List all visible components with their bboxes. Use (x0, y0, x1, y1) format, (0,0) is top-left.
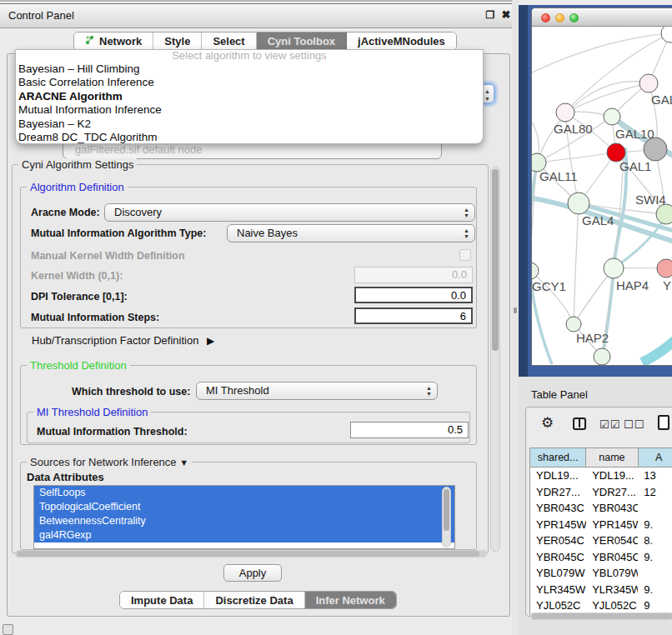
settings-group-title: Cyni Algorithm Settings (18, 158, 137, 171)
network-node[interactable] (594, 348, 610, 365)
aracne-mode-combo[interactable]: Discovery ▲▼ (104, 203, 475, 222)
stepper-arrows-icon: ▲▼ (426, 385, 432, 397)
network-node-gal4[interactable] (568, 192, 589, 214)
tab-cyni-toolbox[interactable]: Cyni Toolbox (257, 32, 347, 50)
mac-minimize-button[interactable] (555, 13, 564, 22)
bottom-tab-bar: Impute Data Discretize Data Infer Networ… (119, 591, 397, 609)
network-edge (642, 314, 672, 362)
column-header[interactable]: shared... (530, 448, 586, 467)
table-cell: YJL052C (586, 598, 638, 614)
network-node-gal[interactable] (639, 74, 658, 92)
tab-label: Infer Network (316, 594, 385, 607)
table-panel-title: Table Panel (531, 388, 588, 401)
data-attribute-item[interactable]: SelfLoops (34, 486, 454, 500)
node-label: GAL80 (554, 122, 593, 136)
table-cell: YPR145W (530, 517, 586, 533)
settings-vertical-scrollbar[interactable] (490, 167, 500, 552)
algorithm-option[interactable]: Mutual Information Inference (16, 103, 483, 117)
node-label: GCY1 (532, 279, 566, 293)
tab-infer-network[interactable]: Infer Network (305, 592, 396, 608)
network-node-hap2[interactable] (566, 317, 581, 332)
data-attribute-item[interactable]: BetweennessCentrality (34, 514, 454, 528)
data-attributes-label: Data Attributes (27, 471, 104, 483)
file-icon[interactable] (658, 415, 669, 430)
control-panel-title: Control Panel (8, 9, 74, 22)
network-window-titlebar[interactable] (532, 8, 672, 27)
gear-icon[interactable]: ⚙ (541, 416, 554, 431)
close-panel-icon[interactable]: ✖ (499, 8, 513, 22)
table-row[interactable]: YDR27...YDR27...12 (530, 484, 672, 501)
tab-discretize-data[interactable]: Discretize Data (204, 592, 304, 608)
manual-kernel-checkbox[interactable] (459, 249, 471, 261)
panel-divider[interactable] (512, 0, 519, 635)
sources-group-title[interactable]: Sources for Network Inference ▼ (27, 456, 192, 468)
table-row[interactable]: YBR045CYBR045C9. (530, 549, 672, 566)
tab-select[interactable]: Select (202, 32, 256, 50)
network-edge (574, 203, 579, 324)
table-cell: YDL19... (530, 468, 586, 484)
tab-jactivemnodules[interactable]: jActiveMNodules (347, 32, 456, 50)
table-horizontal-scrollbar[interactable] (530, 612, 672, 620)
data-attributes-list[interactable]: SelfLoopsTopologicalCoefficientBetweenne… (33, 485, 455, 549)
algorithm-option[interactable]: Bayesian – K2 (16, 118, 483, 131)
table-cell: 9 (638, 598, 672, 614)
checked-columns-icon[interactable]: ☑☑ (599, 418, 620, 432)
algorithm-placeholder: Select algorithm to view settings (16, 50, 483, 62)
column-view-icon[interactable] (573, 418, 586, 430)
column-header[interactable]: name (586, 448, 638, 467)
aracne-mode-label: Aracne Mode: (31, 207, 100, 218)
network-node-gal10[interactable] (604, 108, 620, 125)
mac-zoom-button[interactable] (569, 13, 579, 22)
table-row[interactable]: YLR345WYLR345W9. (530, 582, 672, 598)
attributes-vertical-scrollbar[interactable] (442, 487, 451, 548)
mi-steps-input[interactable]: 6 (354, 308, 473, 324)
table-row[interactable]: YER054CYER054C8. (530, 532, 672, 549)
network-node-swi4[interactable] (656, 204, 672, 224)
sources-title-text: Sources for Network Inference (30, 456, 177, 468)
network-edge (537, 152, 616, 162)
settings-horizontal-scrollbar[interactable] (15, 550, 487, 558)
table-body: YDL19...YDL19...13YDR27...YDR27...12YBR0… (530, 468, 672, 614)
column-header[interactable]: A (639, 448, 672, 467)
table-row[interactable]: YBR043CYBR043C (530, 500, 672, 517)
data-attribute-item[interactable]: TopologicalCoefficient (34, 500, 454, 514)
which-threshold-label: Which threshold to use: (72, 386, 190, 398)
table-row[interactable]: YJL052CYJL052C9 (530, 598, 672, 614)
collapsed-panel-icon[interactable] (3, 624, 13, 635)
table-cell: YJL052C (530, 598, 586, 614)
tab-impute-data[interactable]: Impute Data (120, 592, 204, 608)
table-cell: 9. (638, 517, 672, 533)
network-node[interactable] (661, 27, 672, 42)
network-canvas[interactable]: GALGAL80GAL10GAL1GAL11GAL4SWI4GCY1HAP4YH… (532, 27, 672, 366)
mi-type-combo[interactable]: Naive Bayes ▲▼ (227, 224, 475, 242)
algorithm-option[interactable]: Dream8 DC_TDC Algorithm (16, 131, 483, 144)
table-row[interactable]: YDL19...YDL19...13 (530, 468, 672, 484)
tab-network[interactable]: Network (74, 32, 153, 50)
unchecked-columns-icon[interactable]: ☐☐ (624, 418, 644, 432)
data-attribute-item[interactable]: gal4RGexp (34, 528, 454, 542)
divider-handle[interactable] (514, 308, 517, 313)
table-row[interactable]: YBL079WYBL079W (530, 565, 672, 582)
hub-definition-expander[interactable]: Hub/Transcription Factor Definition ▶ (32, 334, 214, 347)
network-node-gal80[interactable] (556, 103, 574, 122)
algorithm-option[interactable]: Basic Correlation Inference (16, 76, 483, 89)
network-node-y[interactable] (657, 259, 672, 278)
apply-button[interactable]: Apply (223, 564, 282, 582)
kernel-width-input[interactable]: 0.0 (354, 267, 473, 283)
tab-style[interactable]: Style (153, 32, 202, 50)
dpi-tolerance-input[interactable]: 0.0 (354, 287, 473, 303)
node-label: GAL1 (619, 159, 651, 173)
network-node-gcy1[interactable] (532, 262, 539, 279)
float-panel-icon[interactable]: ❐ (484, 8, 497, 22)
network-node[interactable] (644, 138, 667, 161)
network-edge (565, 83, 649, 112)
table-row[interactable]: YPR145WYPR145W9. (530, 517, 672, 533)
algorithm-option[interactable]: ARACNE Algorithm (16, 90, 483, 103)
table-panel: Table Panel ⚙ ☑☑ ☐☐ shared...nameA YDL19… (519, 377, 672, 635)
mi-threshold-input[interactable]: 0.5 (350, 422, 469, 438)
network-node-hap4[interactable] (604, 258, 624, 278)
mac-close-button[interactable] (541, 13, 550, 22)
algorithm-option[interactable]: Bayesian – Hill Climbing (16, 62, 483, 76)
which-threshold-combo[interactable]: MI Threshold ▲▼ (196, 382, 438, 400)
table-cell: YLR345W (530, 582, 586, 598)
